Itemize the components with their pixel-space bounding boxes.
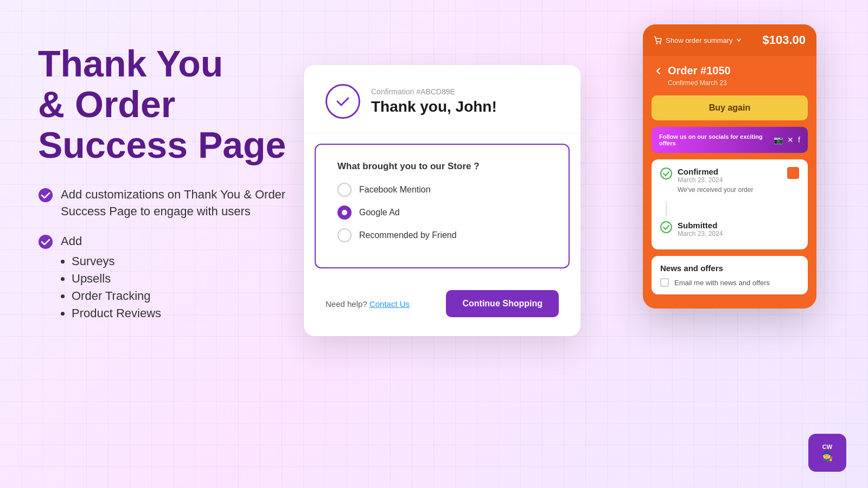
survey-section: What brought you to our Store ? Facebook… (315, 144, 570, 268)
radio-friend[interactable] (337, 228, 352, 242)
news-checkbox-row[interactable]: Email me with news and offers (660, 278, 799, 287)
cw-logo: CW 🧙 (808, 434, 846, 472)
order-info-bar: Order #1050 Confirmed March 23 (643, 56, 816, 87)
radio-google[interactable] (337, 206, 352, 220)
news-checkbox[interactable] (660, 278, 669, 287)
svg-point-5 (661, 222, 672, 233)
success-check-circle (326, 84, 360, 119)
news-card: News and offers Email me with news and o… (652, 256, 808, 294)
status-confirmed-title: Confirmed (678, 167, 753, 176)
facebook-icon[interactable]: f (798, 136, 800, 144)
status-row-submitted: Submitted March 23, 2024 (660, 221, 799, 240)
radio-label-friend: Recommended by Friend (359, 230, 457, 240)
cart-icon (654, 36, 662, 44)
status-submitted-date: March 23, 2024 (678, 230, 723, 237)
social-bar[interactable]: Follow us on our socials for exciting of… (652, 127, 808, 153)
sub-list: Surveys Upsells Order Tracking Product R… (61, 254, 161, 320)
contact-us-link[interactable]: Contact Us (369, 299, 410, 309)
social-bar-text: Follow us on our socials for exciting of… (659, 133, 774, 146)
center-card: Confirmation #ABCD89E Thank you, John! W… (304, 65, 580, 336)
feature-text-1: Add customizations on Thank You & Order … (61, 187, 320, 220)
instagram-icon[interactable]: 📷 (774, 136, 783, 144)
status-confirmed-desc: We've received your order (678, 186, 753, 194)
status-confirmed-details: Confirmed March 23, 2024 We've received … (678, 167, 753, 199)
right-phone-card: Show order summary $103.00 Order #1050 C… (643, 24, 816, 309)
svg-point-3 (660, 43, 661, 44)
back-arrow-icon (654, 66, 663, 76)
success-check-icon (334, 93, 352, 110)
order-price: $103.00 (762, 33, 806, 47)
radio-label-facebook: Facebook Mention (359, 185, 431, 195)
phone-header: Show order summary $103.00 (643, 24, 816, 56)
status-submitted-details: Submitted March 23, 2024 (678, 221, 723, 240)
feature-item-1: Add customizations on Thank You & Order … (38, 187, 320, 220)
feature-list: Add customizations on Thank You & Order … (38, 187, 320, 323)
status-submitted-icon (660, 221, 672, 233)
svg-point-2 (656, 43, 658, 44)
cw-logo-text: CW (822, 444, 832, 450)
order-number-label: Order #1050 (668, 65, 731, 77)
status-confirmed-icon (660, 168, 672, 179)
show-order-summary[interactable]: Show order summary (654, 36, 742, 44)
check-icon-2 (38, 234, 53, 249)
page-title: Thank You & Order Success Page (38, 43, 320, 165)
cw-logo-icon: 🧙 (821, 450, 833, 462)
radio-facebook[interactable] (337, 183, 352, 197)
buy-again-button[interactable]: Buy again (652, 95, 808, 120)
status-submitted-title: Submitted (678, 221, 723, 230)
svg-point-4 (661, 168, 672, 179)
svg-point-1 (39, 235, 53, 249)
back-link[interactable]: Order #1050 (654, 65, 806, 77)
need-help-text: Need help? Contact Us (326, 299, 410, 309)
continue-shopping-button[interactable]: Continue Shopping (446, 290, 559, 317)
show-order-summary-label: Show order summary (666, 36, 733, 44)
sub-item-order-tracking: Order Tracking (72, 289, 161, 303)
feature-text-2-intro: Add (61, 233, 161, 250)
feature-text-2-block: Add Surveys Upsells Order Tracking Produ… (61, 233, 161, 324)
status-left-confirmed: Confirmed March 23, 2024 We've received … (660, 167, 753, 199)
thank-you-heading: Thank you, John! (371, 98, 497, 115)
order-status-card: Confirmed March 23, 2024 We've received … (652, 159, 808, 249)
orange-status-indicator (787, 167, 799, 179)
card-header-text: Confirmation #ABCD89E Thank you, John! (371, 87, 497, 115)
check-icon-1 (38, 188, 53, 203)
radio-option-friend[interactable]: Recommended by Friend (337, 228, 547, 242)
sub-item-upsells: Upsells (72, 272, 161, 286)
radio-label-google: Google Ad (359, 208, 400, 217)
survey-question: What brought you to our Store ? (337, 161, 547, 172)
sub-item-surveys: Surveys (72, 254, 161, 268)
twitter-icon[interactable]: ✕ (787, 136, 794, 144)
confirmation-number: Confirmation #ABCD89E (371, 87, 497, 96)
social-icons: 📷 ✕ f (774, 136, 800, 144)
status-confirmed-date: March 23, 2024 (678, 176, 753, 184)
status-row-confirmed: Confirmed March 23, 2024 We've received … (660, 167, 799, 199)
news-title: News and offers (660, 264, 799, 273)
left-section: Thank You & Order Success Page Add custo… (38, 43, 320, 337)
chevron-down-icon (736, 37, 742, 43)
feature-item-2: Add Surveys Upsells Order Tracking Produ… (38, 233, 320, 324)
card-header: Confirmation #ABCD89E Thank you, John! (304, 65, 580, 133)
radio-option-google[interactable]: Google Ad (337, 206, 547, 220)
status-divider (666, 201, 667, 216)
sub-item-product-reviews: Product Reviews (72, 306, 161, 320)
status-left-submitted: Submitted March 23, 2024 (660, 221, 723, 240)
radio-option-facebook[interactable]: Facebook Mention (337, 183, 547, 197)
card-footer: Need help? Contact Us Continue Shopping (304, 279, 580, 336)
svg-point-0 (39, 188, 53, 202)
confirmed-date: Confirmed March 23 (668, 79, 806, 87)
news-checkbox-label: Email me with news and offers (674, 279, 770, 287)
